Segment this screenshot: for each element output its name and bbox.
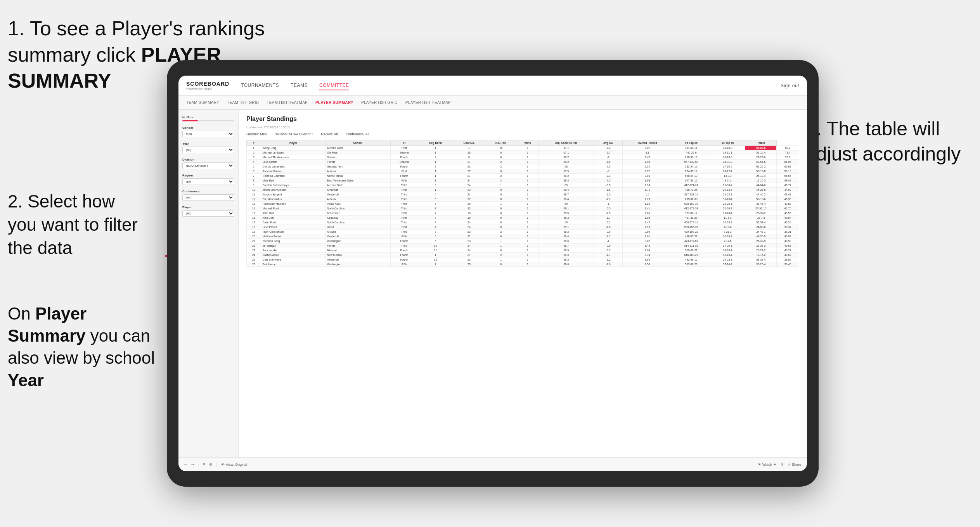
data-cell: -0.2 bbox=[594, 220, 622, 225]
table-row: 18Luke PowellUCLAFirst4240169.1-1.81.135… bbox=[247, 225, 799, 230]
data-cell: 1 bbox=[418, 178, 453, 183]
watch-btn[interactable]: 👁 Watch ▼ bbox=[758, 463, 777, 467]
data-cell: 6 bbox=[418, 202, 453, 206]
nav-items: TOURNAMENTS TEAMS COMMITTEE bbox=[241, 81, 776, 90]
data-cell: 0.87 bbox=[623, 239, 672, 244]
data-cell: 40.55 bbox=[777, 211, 799, 216]
table-row: 10Jacob Skov OlesenArkansasFifth1230168.… bbox=[247, 188, 799, 192]
copy-btn[interactable]: ⧉ bbox=[203, 462, 205, 467]
data-cell: 628-150-30 bbox=[672, 202, 710, 206]
player-name-cell: Phichaksn Maichon bbox=[261, 202, 325, 206]
redo-btn[interactable]: ↪ bbox=[191, 463, 194, 467]
division-select[interactable]: NCAA Division I bbox=[182, 162, 234, 169]
data-cell: 40.98 bbox=[777, 239, 799, 244]
points-cell: 56-51-4 bbox=[745, 220, 777, 225]
table-row: 21Taehoon SongWashingtonFourth6231168.6-… bbox=[247, 239, 799, 244]
data-cell: 69.1 bbox=[538, 225, 594, 230]
data-cell: 21 bbox=[247, 239, 261, 244]
view-btn[interactable]: 👁 View: Original bbox=[221, 463, 247, 467]
data-cell: 1 bbox=[517, 230, 538, 234]
school-cell: Florida bbox=[325, 160, 390, 164]
data-cell: 40.96 bbox=[777, 197, 799, 202]
data-cell: 509-82-21 bbox=[672, 248, 710, 253]
points-cell: 38-46-4 bbox=[745, 202, 777, 206]
data-cell: 14-20-1 bbox=[710, 248, 745, 253]
data-cell: 547-142-98 bbox=[672, 160, 710, 164]
annotation-right: 3. The table will adjust accordingly bbox=[805, 116, 972, 167]
data-cell: Fourth bbox=[390, 164, 418, 169]
data-cell: 11-5-3 bbox=[710, 216, 745, 220]
player-select[interactable]: (All) bbox=[182, 210, 234, 217]
nav-item-tournaments[interactable]: TOURNAMENTS bbox=[241, 81, 279, 90]
data-cell: Third bbox=[390, 183, 418, 188]
data-cell: 3 bbox=[247, 155, 261, 160]
data-cell: 24 bbox=[453, 220, 485, 225]
nav-bar: SCOREBOARD Powered by clippd TOURNAMENTS… bbox=[178, 76, 807, 96]
data-cell: -1.6 bbox=[594, 160, 622, 164]
table-row: 22Ian GilliganFloridaThird10241168.7-0.9… bbox=[247, 244, 799, 248]
data-cell: 0.74 bbox=[623, 253, 672, 257]
data-cell: 0 bbox=[485, 169, 517, 174]
data-cell: 412-221-24 bbox=[672, 183, 710, 188]
data-cell: 11 bbox=[418, 248, 453, 253]
data-cell: 69.2 bbox=[538, 230, 594, 234]
data-cell: 18 bbox=[453, 150, 485, 155]
data-cell: 6 bbox=[418, 239, 453, 244]
undo-btn[interactable]: ↩ bbox=[184, 463, 187, 467]
gender-select[interactable]: Men bbox=[182, 131, 234, 137]
sign-out-button[interactable]: Sign out bbox=[781, 81, 799, 90]
data-cell: 1 bbox=[517, 178, 538, 183]
points-cell: 53-38-4 bbox=[745, 257, 777, 262]
data-cell: -2.3 bbox=[594, 174, 622, 178]
data-cell: First bbox=[390, 225, 418, 230]
slider-track[interactable] bbox=[182, 120, 234, 121]
conference-select[interactable]: (All) bbox=[182, 194, 234, 201]
sub-nav-player-h2h-heatmap[interactable]: PLAYER H2H HEATMAP bbox=[405, 100, 451, 105]
data-cell: -0.9 bbox=[594, 244, 622, 248]
data-cell: 1 bbox=[517, 262, 538, 267]
data-cell: 28-15-0 bbox=[710, 146, 745, 150]
data-cell: 69 bbox=[538, 220, 594, 225]
col-player: Player bbox=[261, 140, 325, 146]
data-cell: 67.5 bbox=[538, 169, 594, 174]
data-cell: 38.31 bbox=[777, 230, 799, 234]
data-cell: 2 bbox=[485, 174, 517, 178]
watch-label: Watch bbox=[762, 463, 772, 467]
logo-sub: Powered by clippd bbox=[186, 87, 229, 90]
sub-nav-player-summary[interactable]: PLAYER SUMMARY bbox=[315, 100, 353, 105]
data-cell: 406-172-16 bbox=[672, 220, 710, 225]
data-cell: 69.4 bbox=[538, 253, 594, 257]
data-cell: 9 bbox=[418, 220, 453, 225]
region-select[interactable]: N/A bbox=[182, 178, 234, 185]
share-btn[interactable]: ↗ Share bbox=[788, 463, 801, 467]
data-cell: 4 bbox=[418, 225, 453, 230]
year-label: Year bbox=[182, 142, 234, 145]
year-select[interactable]: (All) bbox=[182, 147, 234, 153]
download-btn[interactable]: ⬇ bbox=[781, 463, 784, 467]
nav-item-committee[interactable]: COMMITTEE bbox=[319, 81, 349, 90]
points-cell: 57-23-0 bbox=[745, 146, 777, 150]
data-cell: Third bbox=[390, 244, 418, 248]
data-cell: 492-96-12 bbox=[672, 257, 710, 262]
points-cell: 61-20-2 bbox=[745, 164, 777, 169]
data-cell: 0 bbox=[485, 220, 517, 225]
school-cell: Washington bbox=[325, 239, 390, 244]
table-area: Player Standings Update time: 27/03/2024… bbox=[239, 110, 807, 457]
points-cell: 26-27-2 bbox=[745, 248, 777, 253]
data-cell: 40.27 bbox=[777, 248, 799, 253]
nav-item-teams[interactable]: TEAMS bbox=[291, 81, 308, 90]
sub-nav-team-h2h-grid[interactable]: TEAM H2H GRID bbox=[227, 100, 259, 105]
data-cell: 0 bbox=[485, 206, 517, 211]
data-cell: 8 bbox=[247, 178, 261, 183]
sub-nav-team-summary[interactable]: TEAM SUMMARY bbox=[186, 100, 219, 105]
sub-nav-player-h2h-grid[interactable]: PLAYER H2H GRID bbox=[361, 100, 398, 105]
table-row: 1Wenyi DingArizona StateFirst1115167.1-3… bbox=[247, 146, 799, 150]
sub-nav-team-h2h-heatmap[interactable]: TEAM H2H HEATMAP bbox=[267, 100, 308, 105]
data-cell: 1.68 bbox=[623, 248, 672, 253]
player-name-cell: Taehoon Song bbox=[261, 239, 325, 244]
data-cell: 23 bbox=[453, 239, 485, 244]
settings-btn[interactable]: ⚙ bbox=[209, 463, 212, 467]
data-cell: 60.89 bbox=[777, 164, 799, 169]
school-cell: East Tennessee State bbox=[325, 178, 390, 183]
data-cell: 7 bbox=[418, 262, 453, 267]
